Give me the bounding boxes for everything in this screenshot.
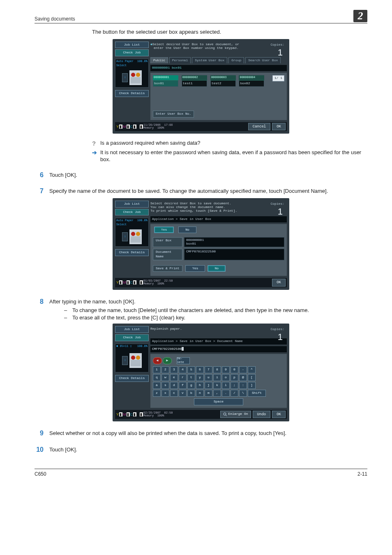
userbox-test1[interactable]: 000000002test1	[182, 75, 207, 87]
key-4[interactable]: 4	[179, 366, 187, 373]
step-6-text: Touch [OK].	[49, 171, 367, 180]
key-,[interactable]: ,	[213, 390, 221, 397]
save-no-button[interactable]: No	[178, 227, 196, 234]
tab-public[interactable]: Public	[150, 57, 168, 64]
userbox-test2[interactable]: 000000003test2	[210, 75, 236, 87]
key-6[interactable]: 6	[196, 366, 204, 373]
document-icon	[129, 229, 142, 244]
key-y[interactable]: y	[196, 374, 204, 381]
save-yes-button[interactable]: Yes	[154, 227, 174, 234]
key-z[interactable]: z	[153, 390, 161, 397]
step-7-text: Specify the name of the document to be s…	[49, 187, 367, 196]
step-6-num: 6	[35, 171, 49, 180]
tab-search[interactable]: Search User Box	[245, 57, 281, 64]
ok-button[interactable]: OK	[272, 411, 286, 418]
key-t[interactable]: t	[187, 374, 195, 381]
document-icon	[129, 70, 142, 85]
key-h[interactable]: h	[196, 382, 204, 389]
document-name-value: CMFP07010322500	[184, 249, 284, 260]
userbox-box02[interactable]: 000000004box02	[239, 75, 264, 87]
key--[interactable]: -	[239, 366, 247, 373]
key-d[interactable]: d	[170, 382, 178, 389]
check-details-button[interactable]: Check Details	[115, 375, 149, 382]
check-job-button[interactable]: Check Job	[115, 49, 149, 56]
key-q[interactable]: q	[153, 374, 161, 381]
key-s[interactable]: s	[161, 382, 169, 389]
tab-system[interactable]: System User Box	[192, 57, 227, 64]
key-l[interactable]: l	[222, 382, 230, 389]
key-n[interactable]: n	[196, 390, 204, 397]
job-list-button[interactable]: Job List	[115, 201, 149, 208]
key-j[interactable]: j	[205, 382, 212, 389]
key-c[interactable]: c	[170, 390, 178, 397]
saveprint-no-button[interactable]: No	[208, 265, 226, 272]
tab-personal[interactable]: Personal	[169, 57, 191, 64]
check-details-button[interactable]: Check Details	[115, 90, 149, 97]
ok-button[interactable]: OK	[272, 123, 286, 130]
status-bar: 11/20/2006 17:08Memory 100%	[143, 124, 173, 130]
preview-thumb: Auto Paper Select100.0% ↕	[115, 59, 149, 88]
delete-button[interactable]: De- lete	[177, 357, 190, 364]
key-^[interactable]: ^	[248, 366, 256, 373]
enter-box-no-button[interactable]: Enter User Box No.	[153, 111, 194, 118]
key-v[interactable]: v	[179, 390, 187, 397]
saveprint-yes-button[interactable]: Yes	[185, 265, 205, 272]
userbox-box01[interactable]: 000000001box01	[153, 75, 178, 87]
screenshot-saveinbox: Job List Check Job Auto Paper Select100.…	[113, 198, 289, 290]
key-\[interactable]: \	[239, 390, 247, 397]
save-print-label: Save & Print	[153, 265, 182, 272]
key-m[interactable]: m	[205, 390, 212, 397]
key-/[interactable]: /	[231, 390, 238, 397]
job-list-button[interactable]: Job List	[115, 42, 149, 49]
ok-button[interactable]: OK	[272, 279, 286, 286]
name-input-field[interactable]: CMFP07022802500_	[150, 346, 287, 352]
key-5[interactable]: 5	[187, 366, 195, 373]
check-details-button[interactable]: Check Details	[115, 249, 149, 256]
tab-group[interactable]: Group	[228, 57, 244, 64]
key-.[interactable]: .	[222, 390, 230, 397]
key-w[interactable]: w	[161, 374, 169, 381]
key-;[interactable]: ;	[231, 382, 238, 389]
key-2[interactable]: 2	[161, 366, 169, 373]
check-job-button[interactable]: Check Job	[115, 334, 149, 341]
enlarge-button[interactable]: Enlarge On	[220, 411, 251, 418]
key-7[interactable]: 7	[205, 366, 212, 373]
key-x[interactable]: x	[161, 390, 169, 397]
key-p[interactable]: p	[231, 374, 238, 381]
key-][interactable]: ]	[248, 382, 256, 389]
key-8[interactable]: 8	[213, 366, 221, 373]
key-0[interactable]: 0	[231, 366, 238, 373]
key-[[interactable]: [	[248, 374, 256, 381]
key-r[interactable]: r	[179, 374, 187, 381]
tray-icon: ↕	[122, 73, 128, 82]
arrow-left-icon[interactable]: ◀	[153, 357, 162, 364]
userbox-button[interactable]: User Box	[153, 237, 182, 247]
key-u[interactable]: u	[205, 374, 212, 381]
shift-key[interactable]: Shift	[248, 390, 266, 397]
cancel-button[interactable]: Cancel	[248, 123, 270, 130]
key-@[interactable]: @	[239, 374, 247, 381]
document-icon	[129, 353, 142, 368]
key-3[interactable]: 3	[170, 366, 178, 373]
screenshot-userbox: Job List Check Job Auto Paper Select100.…	[113, 39, 289, 134]
key-a[interactable]: a	[153, 382, 161, 389]
key-:[interactable]: :	[239, 382, 247, 389]
userbox-value: 000000001box01	[184, 237, 284, 247]
preview-thumb: ■ 8½×11 ▯100.0% ↕	[115, 344, 149, 372]
key-9[interactable]: 9	[222, 366, 230, 373]
key-1[interactable]: 1	[153, 366, 161, 373]
key-e[interactable]: e	[170, 374, 178, 381]
check-job-button[interactable]: Check Job	[115, 209, 149, 216]
arrow-right-icon[interactable]: ▶	[163, 357, 172, 364]
key-f[interactable]: f	[179, 382, 187, 389]
undo-button[interactable]: Undo	[253, 411, 271, 418]
key-i[interactable]: i	[213, 374, 221, 381]
job-list-button[interactable]: Job List	[115, 326, 149, 333]
key-g[interactable]: g	[187, 382, 195, 389]
space-key[interactable]: Space	[194, 398, 243, 405]
document-name-button[interactable]: Document Name	[153, 249, 182, 260]
key-b[interactable]: b	[187, 390, 195, 397]
question-text: Is a password required when saving data?	[100, 139, 201, 148]
key-k[interactable]: k	[213, 382, 221, 389]
key-o[interactable]: o	[222, 374, 230, 381]
